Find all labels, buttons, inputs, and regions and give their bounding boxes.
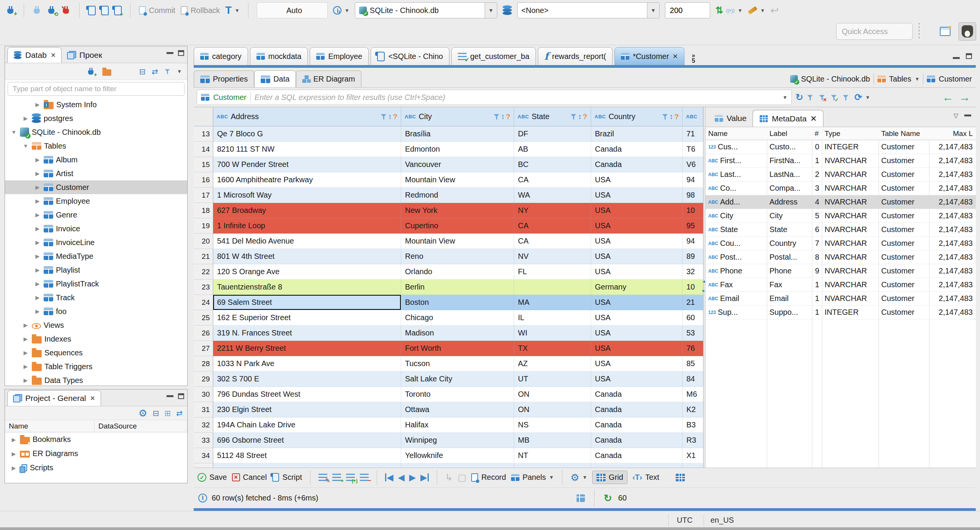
tree-item-views[interactable]: ▶Views (5, 318, 187, 332)
record-button[interactable]: Record (471, 473, 506, 482)
meta-row-suppo[interactable]: 123Sup...Suppo...1INTEGERCustomer2,147,4… (706, 306, 976, 319)
cell-city[interactable]: Redmond (401, 188, 514, 203)
cell-country[interactable]: USA (591, 249, 683, 264)
view-menu-icon[interactable]: ▼ (177, 69, 182, 74)
new-sql-editor-icon[interactable]: + (114, 6, 122, 15)
meta-column-header-[interactable]: # (812, 129, 822, 138)
cell-postal[interactable]: 94 (683, 172, 703, 188)
cell-country[interactable]: USA (591, 295, 683, 310)
meta-column-header-type[interactable]: Type (822, 129, 879, 138)
tree-item-sqlite-chinook-db[interactable]: ▼SQLite - Chinook.db (5, 125, 187, 139)
cell-state[interactable]: AZ (514, 356, 591, 371)
filter-funnel-icon[interactable] (381, 113, 387, 120)
tree-item-album[interactable]: ▶Album (5, 153, 187, 167)
cell-city[interactable]: New York (401, 203, 514, 218)
cell-address[interactable]: 194A Chain Lake Drive (213, 417, 401, 433)
cell-address[interactable]: 69 Salem Street (213, 295, 401, 310)
cell-postal[interactable]: 76 (683, 341, 703, 356)
cell-postal[interactable]: 84 (683, 371, 703, 387)
cell-city[interactable]: Winnipeg (401, 433, 514, 448)
cell-state[interactable]: ON (514, 387, 591, 402)
cell-postal[interactable]: 94 (683, 234, 703, 249)
timezone-label[interactable]: UTC (677, 516, 693, 525)
last-row-icon[interactable]: ▶ (420, 473, 428, 481)
cell-city[interactable]: Orlando (401, 264, 514, 280)
cell-city[interactable]: Vancouver (401, 157, 514, 172)
cell-country[interactable]: Canada (591, 402, 683, 417)
cell-address[interactable]: Qe 7 Bloco G (213, 126, 401, 142)
column-header-state[interactable]: ABCState↕? (514, 107, 591, 126)
previous-row-icon[interactable]: ◀ (398, 473, 404, 481)
meta-row-custo[interactable]: 123Cus...Custo...0INTEGERCustomer2,147,4… (706, 140, 976, 154)
save-filter-icon[interactable]: ✓ (831, 94, 837, 101)
cell-country[interactable]: Canada (591, 387, 683, 402)
cell-city[interactable]: Salt Lake City (401, 371, 514, 387)
remove-filter-icon[interactable]: ✕ (819, 94, 825, 101)
cell-postal[interactable]: B3 (683, 417, 703, 433)
cell-address[interactable]: 627 Broadway (213, 203, 401, 218)
text-view-button[interactable]: ‹T› Text (632, 473, 659, 482)
cell-country[interactable]: Canada (591, 142, 683, 157)
cell-state[interactable]: NY (514, 203, 591, 218)
filter-funnel-icon[interactable] (570, 113, 577, 120)
fetch-size-input[interactable] (665, 2, 710, 18)
meta-column-header-name[interactable]: Name (706, 129, 767, 138)
fetch-previous-icon[interactable]: ← (942, 92, 954, 103)
meta-row-country[interactable]: ABCCou...Country7NVARCHARCustomer2,147,4… (706, 237, 976, 250)
editor-tab-category[interactable]: category (194, 47, 248, 65)
duplicate-row-icon[interactable]: (+) (346, 474, 355, 481)
table-row-28[interactable]: 281033 N Park AveTucsonAZUSA85 (194, 356, 703, 371)
calc-panel-icon[interactable] (577, 494, 585, 502)
expand-arrow-icon[interactable]: ▶ (34, 226, 41, 232)
project-item-bookmarks[interactable]: ▶★Bookmarks (5, 432, 187, 447)
highlight-button[interactable]: ▼ (748, 8, 765, 13)
table-row-14[interactable]: 148210 111 ST NWEdmontonABCanadaT6 (194, 142, 703, 157)
undo-icon[interactable]: ↩ (771, 5, 779, 15)
minimize-icon[interactable] (964, 115, 971, 116)
cell-state[interactable]: NV (514, 249, 591, 264)
tree-item-employee[interactable]: ▶Employee (5, 194, 187, 208)
expand-all-icon[interactable]: ⊞ (164, 409, 171, 417)
minimize-icon[interactable] (167, 52, 173, 54)
cell-state[interactable]: NT (514, 448, 591, 463)
transaction-history-button[interactable]: ▼ (333, 6, 350, 15)
cell-postal[interactable]: V6 (683, 157, 703, 172)
cell-postal[interactable]: 85 (683, 356, 703, 371)
meta-column-header-table-name[interactable]: Table Name (879, 129, 929, 138)
open-perspective-button[interactable] (936, 22, 954, 41)
table-row-19[interactable]: 191 Infinite LoopCupertinoCAUSA95 (194, 218, 703, 234)
cell-state[interactable]: CA (514, 172, 591, 188)
cell-country[interactable]: USA (591, 218, 683, 234)
cell-city[interactable]: Madison (401, 326, 514, 341)
table-row-24[interactable]: 2469 Salem StreetBostonMAUSA21 (194, 295, 703, 310)
expand-arrow-icon[interactable]: ▶ (10, 451, 17, 457)
cell-state[interactable]: AB (514, 142, 591, 157)
cell-state[interactable]: TX (514, 341, 591, 356)
editor-tab-customer[interactable]: *Customer✕ (614, 47, 684, 65)
cell-postal[interactable]: 98 (683, 188, 703, 203)
cell-postal[interactable]: 10 (683, 203, 703, 218)
editor-tab-sqlite-chino[interactable]: <SQLite - Chino (371, 47, 449, 65)
expand-arrow-icon[interactable]: ▶ (34, 212, 41, 218)
table-row-29[interactable]: 29302 S 700 ESalt Lake CityUTUSA84 (194, 371, 703, 387)
cell-country[interactable]: USA (591, 341, 683, 356)
column-header-country[interactable]: ABCCountry↕? (591, 107, 683, 126)
cancel-button[interactable]: ✕ Cancel (232, 473, 267, 482)
cell-state[interactable]: DF (514, 126, 591, 142)
cell-postal[interactable]: 53 (683, 326, 703, 341)
table-row-32[interactable]: 32194A Chain Lake DriveHalifaxNSCanadaB3 (194, 417, 703, 433)
cell-state[interactable]: UT (514, 371, 591, 387)
tree-item-sequences[interactable]: ▶Sequences (5, 346, 187, 360)
table-row-15[interactable]: 15700 W Pender StreetVancouverBCCanadaV6 (194, 157, 703, 172)
result-tab-data[interactable]: Data (254, 70, 296, 87)
editor-tab-employee[interactable]: Employee (310, 47, 369, 65)
cell-postal[interactable]: M6 (683, 387, 703, 402)
meta-row-state[interactable]: ABCStateState6NVARCHARCustomer2,147,483 (706, 223, 976, 237)
table-row-18[interactable]: 18627 BroadwayNew YorkNYUSA10 (194, 203, 703, 218)
tree-item-customer[interactable]: ▶Customer (5, 180, 187, 194)
expand-arrow-icon[interactable]: ▶ (34, 198, 41, 204)
new-connection-icon[interactable]: + (6, 5, 15, 15)
cell-city[interactable]: Boston (401, 295, 514, 310)
table-row-33[interactable]: 33696 Osborne StreetWinnipegMBCanadaR3 (194, 433, 703, 448)
column-header-datasource[interactable]: DataSource (95, 420, 188, 432)
